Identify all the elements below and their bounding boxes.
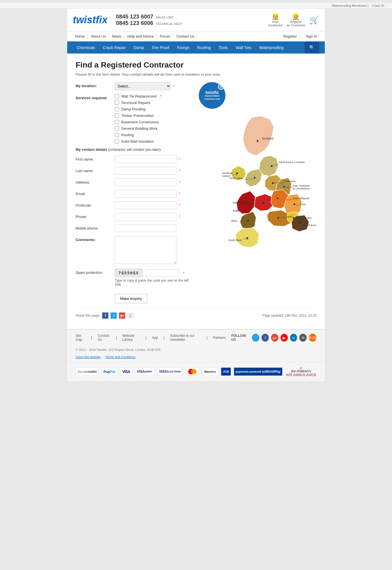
spam-label: Spam protection: <box>76 269 115 275</box>
svg-text:& Lincolnshire: & Lincolnshire <box>293 187 309 190</box>
make-enquiry-button[interactable]: Make enquiry <box>115 294 147 303</box>
contact-heading: My contact details (contractor will cont… <box>76 147 193 152</box>
spam-input[interactable] <box>145 269 179 277</box>
nav-wall-ties[interactable]: Wall Ties <box>232 42 255 53</box>
firstname-input[interactable] <box>115 156 176 163</box>
footer-app[interactable]: App <box>152 336 158 340</box>
nav-register[interactable]: Register <box>281 34 299 39</box>
service-roofing-checkbox[interactable] <box>115 133 119 137</box>
share-count: 2 <box>127 313 133 318</box>
service-damp: Damp Proofing <box>115 107 193 111</box>
service-damp-checkbox[interactable] <box>115 107 119 111</box>
service-structural-checkbox[interactable] <box>115 101 119 105</box>
svg-point-7 <box>277 198 278 199</box>
spam-code: 7G55HGX <box>115 269 143 277</box>
facebook-follow-button[interactable]: f <box>262 334 269 342</box>
location-label: My location: <box>76 82 115 88</box>
footer-library[interactable]: Website Library <box>122 334 140 342</box>
googleplus-share-button[interactable]: g+ <box>119 312 125 319</box>
nav-fire-proof[interactable]: Fire Proof <box>148 42 173 53</box>
firstname-label: First name: <box>76 156 115 161</box>
service-building-checkbox[interactable] <box>115 126 119 131</box>
nav-contact[interactable]: Contact Us <box>174 34 197 39</box>
footer-sitemap[interactable]: Site map <box>76 334 86 342</box>
comments-textarea[interactable] <box>115 236 176 264</box>
form-map-container: My location: Select... * Services requir… <box>76 82 316 303</box>
share-bar: Share this page: f t g+ 2 Page updated 1… <box>76 309 316 322</box>
nav-crack-repair[interactable]: Crack Repair <box>99 42 130 53</box>
top-link-crack[interactable]: Crack St... <box>372 4 386 7</box>
search-button[interactable]: 🔍 <box>305 41 319 54</box>
service-basement: Basement Conversions <box>115 120 193 124</box>
svg-point-10 <box>247 219 249 221</box>
cart-icon[interactable]: 🛒 <box>309 15 319 25</box>
twitter-follow-button[interactable]: 🐦 <box>252 334 259 342</box>
google-wallet-icon: Google wallet <box>76 367 99 376</box>
charity-block: 🚁 the children's AIR AMBULANCE <box>286 366 316 377</box>
nav-signin[interactable]: Sign in <box>304 34 319 39</box>
svg-text:Yorkshire: Yorkshire <box>285 180 296 183</box>
footer-partners[interactable]: Partners <box>213 336 226 340</box>
register-contractor-button[interactable]: 👷 Register as Contractor <box>287 13 305 27</box>
twitter-share-button[interactable]: t <box>111 312 117 319</box>
terms-link[interactable]: Terms and Conditions <box>106 355 135 359</box>
svg-text:Northern: Northern <box>222 172 233 175</box>
email-input[interactable] <box>115 190 176 198</box>
service-timber-checkbox[interactable] <box>115 113 119 118</box>
form-column: My location: Select... * Services requir… <box>76 82 193 303</box>
nav-news[interactable]: News <box>110 34 124 39</box>
svg-point-13 <box>299 222 301 224</box>
maestro-icon: Maestro <box>202 367 218 376</box>
svg-text:West: West <box>231 219 237 222</box>
lastname-label: Last name: <box>76 167 115 173</box>
rss-follow-button[interactable]: RSS <box>309 334 316 342</box>
youtube-follow-button[interactable]: ▶ <box>281 334 288 342</box>
nav-fixings[interactable]: Fixings <box>173 42 193 53</box>
svg-point-0 <box>257 140 258 142</box>
footer-copyright: © 2013 – 2015 Twistfix. 222 Regent Stree… <box>67 346 325 354</box>
svg-point-4 <box>272 182 274 184</box>
register-contractor-icon: 👷 <box>287 13 305 20</box>
phone-input[interactable] <box>115 213 176 221</box>
service-building: General Building Work <box>115 126 193 131</box>
nav-forum[interactable]: Forum <box>158 34 173 39</box>
service-wall-tie-checkbox[interactable] <box>115 94 119 98</box>
top-link-waterproofing[interactable]: Waterproofing Membrane <box>332 4 367 7</box>
service-insulation-checkbox[interactable] <box>115 139 119 143</box>
svg-text:East Midlands: East Midlands <box>293 197 310 200</box>
nav-about[interactable]: About Us <box>89 34 108 39</box>
footer-newsletter[interactable]: Subscribe to our newsletter <box>170 334 201 342</box>
svg-text:Scotland: Scotland <box>262 137 274 140</box>
nav-roofing[interactable]: Roofing <box>193 42 214 53</box>
site-header: twistfix 0845 123 6007 SALES LINE 0845 1… <box>67 9 325 31</box>
services-field: Wall Tie Replacement * Structural Repair… <box>115 94 193 143</box>
header-actions: 👷 Find Contractor 👷 Register as Contract… <box>268 13 319 27</box>
nav-chemicals[interactable]: Chemicals <box>73 42 99 53</box>
location-select[interactable]: Select... <box>115 82 171 90</box>
footer-contact[interactable]: Contact Us <box>98 334 110 342</box>
email-follow-button[interactable]: ✉ <box>299 334 307 342</box>
page-title: Find a Registered Contractor <box>76 61 316 69</box>
nav-help[interactable]: Help and Advice <box>125 34 156 39</box>
site-logo[interactable]: twistfix <box>73 14 108 26</box>
email-row: Email: * <box>76 190 193 198</box>
mobile-input[interactable] <box>115 224 176 232</box>
page-description: Please fill in the form below. Your cont… <box>76 72 316 77</box>
nav-damp[interactable]: Damp <box>130 42 148 53</box>
svg-text:South West: South West <box>228 238 242 242</box>
facebook-share-button[interactable]: f <box>102 312 108 319</box>
postcode-input[interactable] <box>115 201 176 209</box>
svg-text:South: South <box>286 215 293 218</box>
googleplus-follow-button[interactable]: g+ <box>271 334 278 342</box>
email-label: Email: <box>76 190 115 196</box>
linkedin-follow-button[interactable]: in <box>290 334 297 342</box>
using-website-link[interactable]: Using this website <box>76 355 101 359</box>
worldpay-icon: payments powered byWorldPay <box>234 367 283 376</box>
nav-home[interactable]: Home <box>73 34 87 39</box>
nav-tools[interactable]: Tools <box>215 42 232 53</box>
nav-waterproofing[interactable]: Waterproofing <box>255 42 287 53</box>
address-input[interactable] <box>115 179 176 186</box>
find-contractor-button[interactable]: 👷 Find Contractor <box>268 13 283 27</box>
service-basement-checkbox[interactable] <box>115 120 119 124</box>
lastname-input[interactable] <box>115 167 176 175</box>
